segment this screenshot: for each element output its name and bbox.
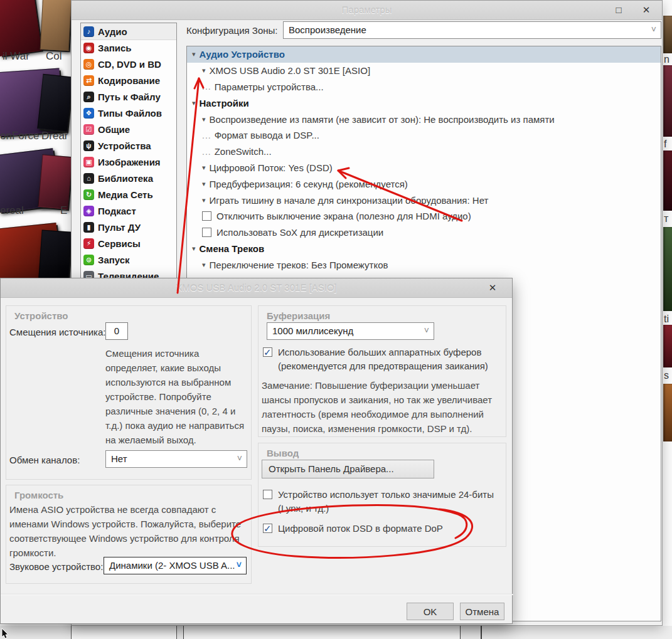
tree-row-13[interactable]: ▾Переключение треков: Без Промежутков (187, 256, 661, 273)
usb-icon: ψ (83, 140, 94, 151)
sound-device-dropdown[interactable]: Динамики (2- XMOS USB A... ˅ (104, 557, 247, 574)
tree-row-label: Смена Треков (200, 243, 265, 254)
expand-triangle-icon[interactable]: ▾ (202, 66, 206, 75)
expand-triangle-icon[interactable]: ▾ (192, 50, 196, 58)
asio-close-button[interactable]: ✕ (482, 281, 503, 295)
tree-row-11[interactable]: Использовать SoX для дискретизации (187, 224, 661, 241)
tree-row-label: Предбуферизация: 6 секунд (рекомендуется… (210, 179, 408, 189)
tree-row-label: Аудио Устройство (200, 49, 285, 60)
tree-row-10[interactable]: Отключить выключение экрана (полезно для… (187, 208, 661, 224)
power-icon: ⊙ (83, 255, 94, 265)
puzzle-icon: ❖ (83, 108, 94, 119)
plug-icon: ⚡ (83, 238, 94, 249)
sidebar-item-7[interactable]: ψУстройства (81, 137, 176, 154)
sidebar-item-10[interactable]: ↻Медиа Сеть (81, 186, 176, 203)
sidebar-item-label: Подкаст (98, 206, 136, 216)
album-cover (40, 0, 70, 50)
channel-swap-label: Обмен каналов: (9, 455, 80, 465)
checkbox-checked-icon[interactable] (263, 524, 272, 533)
hw-buffers-checkbox-row[interactable]: Использование больших аппаратных буферов… (263, 346, 495, 373)
checkbox-unchecked-icon[interactable] (263, 490, 272, 499)
channel-swap-dropdown[interactable]: Нет ˅ (105, 450, 247, 468)
expand-triangle-icon[interactable]: ▾ (202, 164, 206, 172)
tree-row-5[interactable]: ...Формат вывода и DSP... (187, 127, 661, 144)
album-caption: Col (46, 50, 62, 63)
sidebar-item-2[interactable]: ◎CD, DVD и BD (81, 56, 176, 72)
sidebar-item-label: Изображения (98, 157, 161, 167)
album-cover-sliver (663, 16, 672, 53)
sound-device-label: Звуковое устройство: (9, 561, 103, 572)
dialog-separator (1, 594, 513, 595)
bits24-checkbox-row[interactable]: Устройство использует только значимые 24… (263, 488, 496, 515)
album-cover-sliver (663, 384, 672, 441)
sound-device-value: Динамики (2- XMOS USB A... (109, 560, 235, 571)
cancel-button[interactable]: Отмена (460, 603, 504, 620)
checkbox-checked-icon[interactable] (263, 347, 272, 357)
sidebar-item-14[interactable]: ⊙Запуск (81, 251, 176, 268)
sidebar-item-6[interactable]: ☑Общие (81, 121, 176, 137)
sidebar-item-9[interactable]: ⌂Библиотека (81, 170, 176, 186)
options-titlebar: Параметры □ ✕ (72, 1, 662, 20)
record-disc-icon: ◉ (83, 43, 94, 53)
expand-triangle-icon[interactable]: ▾ (202, 115, 206, 124)
buffer-size-dropdown[interactable]: 1000 миллисекунд ˅ (267, 322, 434, 340)
sidebar-item-label: Типы Файлов (98, 108, 162, 119)
device-group-label: Устройство (14, 310, 68, 321)
album-cover-sliver (663, 325, 672, 367)
sidebar-item-5[interactable]: ❖Типы Файлов (81, 105, 176, 121)
tree-row-2[interactable]: ...Параметры устройства... (187, 79, 661, 95)
optical-disc-icon: ◎ (83, 59, 94, 70)
open-driver-panel-button[interactable]: Открыть Панель Драйвера... (262, 460, 434, 478)
sidebar-item-label: Путь к Файлу (98, 92, 161, 102)
sidebar-item-label: Кодирование (98, 75, 160, 86)
sidebar-item-4[interactable]: ⌕Путь к Файлу (81, 88, 176, 105)
ok-button[interactable]: OK (407, 603, 454, 620)
expand-triangle-icon[interactable]: ▾ (202, 180, 206, 188)
mouse-cursor (1, 628, 9, 639)
buffer-size-value: 1000 миллисекунд (272, 325, 353, 336)
expand-triangle-icon[interactable]: ▾ (192, 99, 196, 107)
zone-config-dropdown[interactable]: Воспроизведение ˅ (283, 21, 661, 39)
underlying-window-bottom-strip (0, 626, 672, 639)
tree-row-3[interactable]: ▾Настройки (187, 95, 661, 111)
tree-row-9[interactable]: ▾Играть тишину в начале для синхронизаци… (187, 192, 661, 208)
album-cover-sliver (663, 227, 672, 311)
sidebar-item-3[interactable]: ⇄Кодирование (81, 72, 176, 88)
chevron-down-icon: ˅ (424, 325, 429, 335)
album-caption: ereal (0, 204, 24, 217)
sidebar-item-11[interactable]: ◈Подкаст (81, 203, 176, 219)
tree-row-label: XMOS USB Audio 2.0 ST 301E [ASIO] (210, 65, 371, 76)
volume-description: Имена ASIO устройства не всегда совпадаю… (9, 502, 252, 560)
sidebar-item-12[interactable]: ▮Пульт ДУ (81, 219, 176, 235)
sidebar-item-8[interactable]: ▣Изображения (81, 154, 176, 170)
tree-row-4[interactable]: ▾Воспроизведение из памяти (не зависит о… (187, 111, 661, 127)
tree-row-12[interactable]: ▾Смена Треков (187, 241, 661, 257)
asio-device-dialog: XMOS USB Audio 2.0 ST 301E [ASIO] ✕ Устр… (0, 278, 513, 624)
tree-row-label: Использовать SoX для дискретизации (216, 227, 383, 238)
close-button[interactable]: ✕ (636, 3, 657, 17)
sidebar-item-label: Запуск (98, 255, 130, 265)
sidebar-item-13[interactable]: ⚡Сервисы (81, 235, 176, 251)
source-offset-input[interactable]: 0 (105, 322, 128, 340)
maximize-button[interactable]: □ (608, 3, 629, 17)
expand-triangle-icon[interactable]: ▾ (192, 245, 196, 253)
tree-row-0[interactable]: ▾Аудио Устройство (187, 46, 661, 63)
sidebar-item-label: Библиотека (98, 173, 153, 184)
checkbox-unchecked-icon[interactable] (202, 228, 211, 237)
album-cover (38, 230, 70, 279)
sidebar-item-0[interactable]: ♪Аудио (81, 23, 176, 40)
tree-row-8[interactable]: ▾Предбуферизация: 6 секунд (рекомендуетс… (187, 176, 661, 192)
dop-checkbox-row[interactable]: Цифровой поток DSD в формате DoP (263, 522, 496, 536)
checkbox-unchecked-icon[interactable] (202, 211, 211, 221)
album-caption: т (664, 213, 668, 224)
chevron-down-icon: ˅ (237, 453, 242, 463)
library-home-icon: ⌂ (83, 173, 94, 184)
expand-triangle-icon[interactable]: ▾ (202, 261, 206, 269)
sidebar-item-1[interactable]: ◉Запись (81, 40, 176, 56)
source-offset-label: Смещения источника: (9, 327, 105, 337)
expand-triangle-icon[interactable]: ▾ (202, 196, 206, 204)
sidebar-item-label: Аудио (98, 26, 127, 37)
tree-row-6[interactable]: ...ZoneSwitch... (187, 144, 661, 160)
tree-row-1[interactable]: ▾XMOS USB Audio 2.0 ST 301E [ASIO] (187, 63, 661, 79)
tree-row-7[interactable]: ▾Цифровой Поток: Yes (DSD) (187, 160, 661, 176)
